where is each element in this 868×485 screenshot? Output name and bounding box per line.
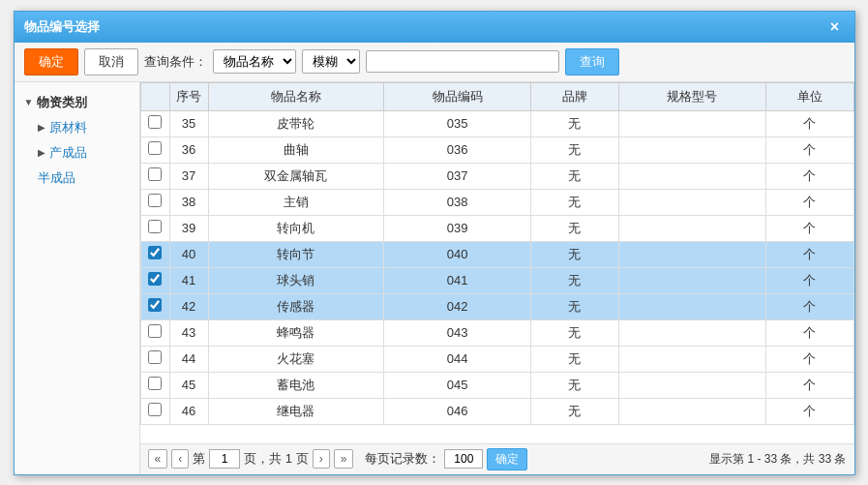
row-checkbox[interactable] bbox=[148, 403, 162, 416]
row-seq: 40 bbox=[169, 241, 208, 267]
row-unit: 个 bbox=[765, 215, 853, 241]
row-code: 040 bbox=[384, 241, 531, 267]
match-select[interactable]: 模糊 精确 bbox=[302, 49, 360, 74]
cancel-button[interactable]: 取消 bbox=[84, 48, 138, 76]
page-prefix: 第 bbox=[193, 450, 205, 468]
row-checkbox[interactable] bbox=[148, 194, 162, 207]
main-area: ▼ 物资类别 ▶ 原材料 ▶ 产成品 半成品 bbox=[15, 82, 854, 474]
row-unit: 个 bbox=[765, 398, 853, 424]
row-checkbox[interactable] bbox=[148, 377, 162, 390]
records-per-page-input[interactable] bbox=[444, 449, 483, 469]
title-bar: 物品编号选择 × bbox=[15, 12, 854, 43]
search-input[interactable] bbox=[366, 50, 559, 73]
row-checkbox[interactable] bbox=[148, 246, 162, 259]
row-name: 继电器 bbox=[208, 398, 384, 424]
row-name: 球头销 bbox=[208, 267, 384, 293]
row-name: 曲轴 bbox=[208, 136, 384, 163]
row-checkbox-cell bbox=[140, 267, 169, 293]
semi-finished-label: 半成品 bbox=[38, 170, 75, 185]
row-brand: 无 bbox=[530, 293, 618, 319]
next-page-button[interactable]: › bbox=[313, 449, 330, 469]
row-brand: 无 bbox=[530, 189, 618, 215]
first-page-button[interactable]: « bbox=[148, 449, 168, 469]
header-spec: 规格型号 bbox=[618, 82, 765, 110]
table-row: 35皮带轮035无个 bbox=[140, 110, 853, 136]
table-row: 39转向机039无个 bbox=[140, 215, 853, 241]
toolbar: 确定 取消 查询条件： 物品名称 物品编码 品牌 模糊 精确 查询 bbox=[15, 43, 854, 82]
table-area: 序号 物品名称 物品编码 品牌 规格型号 单位 35皮带轮035无个36曲轴03… bbox=[140, 82, 854, 474]
row-checkbox[interactable] bbox=[148, 272, 162, 286]
row-checkbox-cell bbox=[140, 398, 169, 424]
row-checkbox[interactable] bbox=[148, 298, 162, 312]
row-spec bbox=[618, 163, 765, 189]
row-code: 039 bbox=[384, 215, 531, 241]
row-seq: 42 bbox=[169, 293, 208, 319]
row-seq: 36 bbox=[169, 136, 208, 163]
dialog-title: 物品编号选择 bbox=[24, 18, 100, 36]
row-unit: 个 bbox=[765, 319, 853, 346]
raw-material-arrow: ▶ bbox=[38, 122, 45, 133]
table-row: 37双金属轴瓦037无个 bbox=[140, 163, 853, 189]
row-name: 转向节 bbox=[208, 241, 384, 267]
field-select[interactable]: 物品名称 物品编码 品牌 bbox=[213, 49, 296, 74]
pager-bar: « ‹ 第 页，共 1 页 › » 每页记录数： 确定 显示第 1 - 33 条… bbox=[140, 443, 854, 474]
row-code: 035 bbox=[384, 110, 531, 136]
row-checkbox[interactable] bbox=[148, 220, 162, 233]
row-name: 皮带轮 bbox=[208, 110, 384, 136]
row-spec bbox=[618, 319, 765, 346]
row-checkbox[interactable] bbox=[148, 115, 162, 129]
page-input[interactable] bbox=[209, 449, 240, 469]
row-code: 037 bbox=[384, 163, 531, 189]
confirm-button[interactable]: 确定 bbox=[24, 48, 78, 76]
row-code: 044 bbox=[384, 346, 531, 372]
row-code: 036 bbox=[384, 136, 531, 163]
prev-page-button[interactable]: ‹ bbox=[171, 449, 189, 469]
records-prefix: 每页记录数： bbox=[365, 450, 440, 468]
table-row: 38主销038无个 bbox=[140, 189, 853, 215]
row-seq: 35 bbox=[169, 110, 208, 136]
row-checkbox[interactable] bbox=[148, 167, 162, 181]
finished-product-label: 产成品 bbox=[49, 144, 87, 162]
header-brand: 品牌 bbox=[530, 82, 618, 110]
row-name: 转向机 bbox=[208, 215, 384, 241]
table-row: 43蜂鸣器043无个 bbox=[140, 319, 853, 346]
row-unit: 个 bbox=[765, 136, 853, 163]
pager-confirm-button[interactable]: 确定 bbox=[487, 448, 527, 470]
row-code: 041 bbox=[384, 267, 531, 293]
row-spec bbox=[618, 267, 765, 293]
sidebar-item-semi-finished[interactable]: 半成品 bbox=[18, 166, 135, 191]
row-seq: 37 bbox=[169, 163, 208, 189]
row-brand: 无 bbox=[530, 346, 618, 372]
row-unit: 个 bbox=[765, 293, 853, 319]
row-checkbox-cell bbox=[140, 346, 169, 372]
row-unit: 个 bbox=[765, 110, 853, 136]
row-checkbox-cell bbox=[140, 110, 169, 136]
close-button[interactable]: × bbox=[825, 17, 845, 37]
finished-product-arrow: ▶ bbox=[38, 147, 45, 158]
row-code: 038 bbox=[384, 189, 531, 215]
row-checkbox[interactable] bbox=[148, 324, 162, 338]
row-unit: 个 bbox=[765, 372, 853, 398]
row-spec bbox=[618, 241, 765, 267]
row-brand: 无 bbox=[530, 136, 618, 163]
header-unit: 单位 bbox=[765, 82, 853, 110]
row-seq: 43 bbox=[169, 319, 208, 346]
sidebar-item-raw-material[interactable]: ▶ 原材料 bbox=[18, 115, 135, 140]
sidebar-category-title: ▼ 物资类别 bbox=[18, 90, 135, 115]
query-button[interactable]: 查询 bbox=[565, 48, 619, 76]
category-label: 物资类别 bbox=[37, 94, 87, 111]
items-table: 序号 物品名称 物品编码 品牌 规格型号 单位 35皮带轮035无个36曲轴03… bbox=[140, 82, 854, 425]
dialog: 物品编号选择 × 确定 取消 查询条件： 物品名称 物品编码 品牌 模糊 精确 … bbox=[14, 11, 855, 475]
last-page-button[interactable]: » bbox=[334, 449, 354, 469]
row-seq: 45 bbox=[169, 372, 208, 398]
row-unit: 个 bbox=[765, 241, 853, 267]
row-spec bbox=[618, 346, 765, 372]
sidebar-item-finished-product[interactable]: ▶ 产成品 bbox=[18, 140, 135, 166]
query-condition-label: 查询条件： bbox=[144, 53, 207, 71]
row-checkbox-cell bbox=[140, 241, 169, 267]
row-checkbox[interactable] bbox=[148, 350, 162, 364]
row-checkbox[interactable] bbox=[148, 141, 162, 155]
row-brand: 无 bbox=[530, 398, 618, 424]
raw-material-label: 原材料 bbox=[49, 119, 87, 136]
row-code: 042 bbox=[384, 293, 531, 319]
